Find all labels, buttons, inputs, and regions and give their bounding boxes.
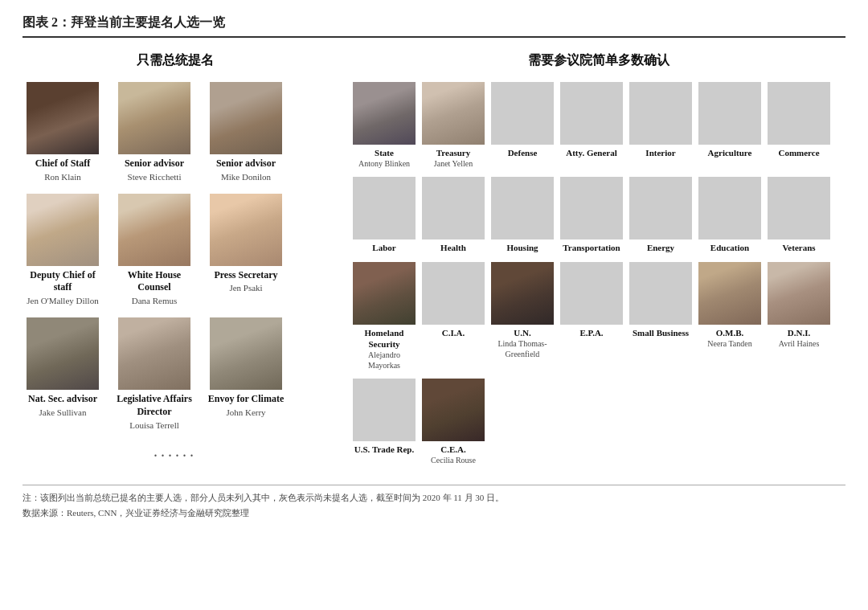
card-un: U.N. Linda Thomas-Greenfield (490, 262, 555, 371)
card-jake-sullivan: Nat. Sec. advisor Jake Sullivan (23, 317, 103, 430)
card-defense: Defense (490, 82, 555, 169)
photo-blinken (353, 82, 416, 145)
main-content: 只需总统提名 Chief of Staff Ron Klain Senior a… (23, 52, 845, 473)
title-john-kerry: Envoy for Climate (206, 393, 286, 406)
card-veterans: Veterans (767, 177, 831, 253)
title-trade-rep: U.S. Trade Rep. (352, 444, 416, 455)
title-defense: Defense (490, 147, 555, 158)
card-trade-rep: U.S. Trade Rep. (352, 379, 416, 465)
card-jen-psaki: Press Secretary Jen Psaki (206, 194, 286, 306)
title-dni: D.N.I. (767, 327, 831, 338)
card-transportation: Transportation (559, 177, 624, 253)
name-cecilia: Cecilia Rouse (421, 455, 485, 465)
card-steve-ricchetti: Senior advisor Steve Ricchetti (114, 82, 194, 182)
card-homeland: Homeland Security Alejandro Mayorkas (352, 262, 416, 371)
card-epa: E.P.A. (559, 262, 624, 371)
photo-education (698, 177, 761, 239)
right-row-4: U.S. Trade Rep. C.E.A. Cecilia Rouse (352, 379, 845, 465)
title-treasury: Treasury (421, 147, 485, 158)
card-small-business: Small Business (628, 262, 693, 371)
title-jen-psaki: Press Secretary (206, 269, 286, 282)
name-louisa-terrell: Louisa Terrell (114, 420, 194, 431)
title-state: State (352, 147, 416, 158)
name-jen-psaki: Jen Psaki (206, 282, 286, 293)
card-labor: Labor (352, 177, 416, 253)
name-yellen: Janet Yellen (421, 158, 485, 169)
card-treasury: Treasury Janet Yellen (421, 82, 485, 169)
title-energy: Energy (628, 242, 693, 253)
photo-transportation (560, 177, 623, 239)
title-agriculture: Agriculture (698, 147, 762, 158)
card-commerce: Commerce (767, 82, 831, 169)
card-jen-omally: Deputy Chief of staff Jen O'Malley Dillo… (23, 194, 103, 306)
title-interior: Interior (628, 147, 693, 158)
photo-linda (491, 262, 554, 325)
title-atty-general: Atty. General (559, 147, 624, 158)
title-transportation: Transportation (559, 242, 624, 253)
right-section: 需要参议院简单多数确认 State Antony Blinken Treasur… (352, 52, 845, 473)
card-dni: D.N.I. Avril Haines (767, 262, 831, 371)
photo-mike-donilon (210, 82, 282, 154)
name-blinken: Antony Blinken (352, 158, 416, 169)
title-small-business: Small Business (628, 327, 693, 338)
name-mike-donilon: Mike Donilon (206, 171, 286, 182)
photo-ron-klain (27, 82, 99, 154)
title-cea: C.E.A. (421, 444, 485, 455)
title-cia: C.I.A. (421, 327, 485, 338)
card-cia: C.I.A. (421, 262, 485, 371)
right-row-3: Homeland Security Alejandro Mayorkas C.I… (352, 262, 845, 371)
footer: 注：该图列出当前总统已提名的主要人选，部分人员未列入其中，灰色表示尚未提名人选，… (23, 485, 845, 520)
title-bar: 图表 2：拜登当前主要提名人选一览 (23, 14, 845, 38)
photo-john-kerry (210, 317, 282, 390)
card-energy: Energy (628, 177, 693, 253)
photo-louisa-terrell (118, 317, 190, 390)
photo-avril (768, 262, 830, 325)
title-housing: Housing (490, 242, 555, 253)
photo-yellen (422, 82, 485, 145)
photo-alejandro (353, 262, 416, 325)
name-avril: Avril Haines (767, 338, 831, 349)
name-steve-ricchetti: Steve Ricchetti (114, 171, 194, 182)
card-housing: Housing (490, 177, 555, 253)
card-john-kerry: Envoy for Climate John Kerry (206, 317, 286, 430)
photo-commerce (768, 82, 830, 145)
title-dana-remus: White House Counsel (114, 269, 194, 294)
right-section-title: 需要参议院简单多数确认 (352, 52, 845, 69)
left-row-1: Chief of Staff Ron Klain Senior advisor … (23, 82, 328, 182)
name-dana-remus: Dana Remus (114, 295, 194, 306)
name-ron-klain: Ron Klain (23, 171, 103, 182)
title-louisa-terrell: Legislative Affairs Director (114, 393, 194, 418)
card-education: Education (698, 177, 762, 253)
title-un: U.N. (490, 327, 555, 338)
title-labor: Labor (352, 242, 416, 253)
title-homeland: Homeland Security (352, 327, 416, 350)
dots: ...... (23, 442, 328, 461)
photo-trade-rep (353, 379, 416, 441)
card-omb: O.M.B. Neera Tanden (698, 262, 762, 371)
photo-small-business (629, 262, 692, 325)
photo-dana-remus (118, 194, 190, 266)
chart-title: 图表 2：拜登当前主要提名人选一览 (23, 14, 845, 31)
photo-agriculture (698, 82, 761, 145)
left-row-3: Nat. Sec. advisor Jake Sullivan Legislat… (23, 317, 328, 430)
title-jake-sullivan: Nat. Sec. advisor (23, 393, 103, 406)
name-john-kerry: John Kerry (206, 407, 286, 418)
name-linda: Linda Thomas-Greenfield (490, 338, 555, 359)
photo-atty-general (560, 82, 623, 145)
card-state: State Antony Blinken (352, 82, 416, 169)
photo-labor (353, 177, 416, 239)
title-ron-klain: Chief of Staff (23, 158, 103, 170)
title-mike-donilon: Senior advisor (206, 158, 286, 170)
card-ron-klain: Chief of Staff Ron Klain (23, 82, 103, 182)
title-health: Health (421, 242, 485, 253)
photo-jen-omally (27, 194, 99, 266)
title-omb: O.M.B. (698, 327, 762, 338)
footer-line1: 注：该图列出当前总统已提名的主要人选，部分人员未列入其中，灰色表示尚未提名人选，… (23, 490, 845, 506)
title-commerce: Commerce (767, 147, 831, 158)
photo-jen-psaki (210, 194, 282, 266)
photo-health (422, 177, 485, 239)
photo-steve-ricchetti (118, 82, 190, 154)
card-atty-general: Atty. General (559, 82, 624, 169)
card-interior: Interior (628, 82, 693, 169)
photo-neera (698, 262, 761, 325)
